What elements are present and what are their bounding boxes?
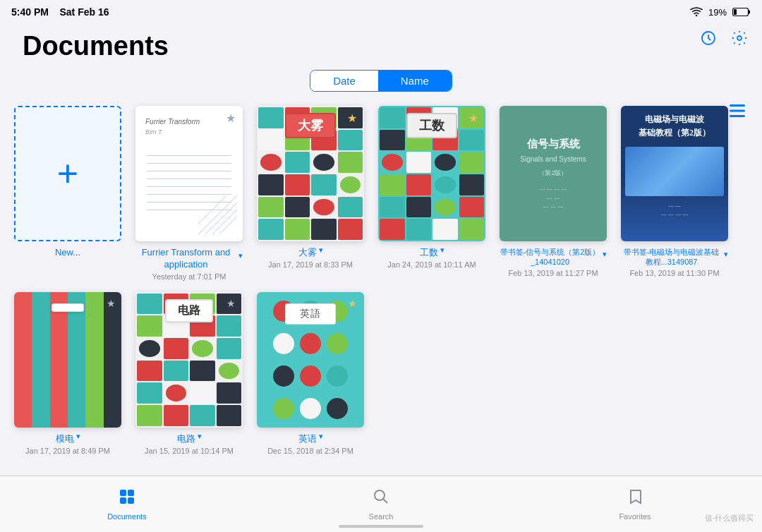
furrier-label: Furrier Transform and application bbox=[135, 247, 236, 271]
modian-card[interactable]: ★ 模电 ▾ Jan 17, 2019 at 8:49 PM bbox=[14, 292, 121, 455]
em-label: 带书签-电磁场与电磁波基础教程...3149087 bbox=[621, 247, 722, 267]
gongsu-label: 工数 bbox=[420, 247, 438, 259]
documents-grid-icon bbox=[119, 488, 135, 505]
em-cover: 电磁场与电磁波基础教程（第2版） — —— — — — bbox=[621, 106, 728, 241]
modian-dropdown-icon[interactable]: ▾ bbox=[76, 432, 80, 441]
svg-rect-10 bbox=[730, 104, 745, 107]
svg-line-18 bbox=[384, 499, 388, 503]
em-label-row: 带书签-电磁场与电磁波基础教程...3149087 ▾ bbox=[621, 241, 728, 267]
status-time-date: 5:40 PM Sat Feb 16 bbox=[11, 6, 109, 18]
em-card[interactable]: 电磁场与电磁波基础教程（第2版） — —— — — — 带书签-电磁场与电磁波基… bbox=[621, 106, 728, 277]
signal-title-en: Signals and Systems bbox=[520, 155, 586, 163]
signal-edition: （第2版） bbox=[538, 169, 567, 178]
gongsu-thumbnail: 工数 ★ bbox=[378, 106, 485, 241]
new-document-thumbnail: + bbox=[14, 106, 121, 241]
furrier-card[interactable]: ★ Furrier Transform Bim T bbox=[135, 106, 243, 281]
damu-cover: 大雾 ★ bbox=[257, 106, 364, 241]
tab-favorites-label: Favorites bbox=[619, 512, 651, 521]
modian-cover: ★ bbox=[14, 292, 121, 428]
dianlu-card[interactable]: 电路 ★ 电路 ▾ Jan 15, 2019 at 10:14 PM bbox=[135, 292, 243, 455]
sort-date-button[interactable]: Date bbox=[310, 71, 378, 91]
modian-thumbnail: ★ bbox=[14, 292, 121, 428]
svg-point-4 bbox=[737, 36, 742, 40]
dianlu-label-row: 电路 ▾ bbox=[177, 428, 202, 445]
dianlu-cover: 电路 ★ bbox=[135, 292, 243, 428]
yingyu-dropdown-icon[interactable]: ▾ bbox=[319, 432, 323, 441]
damu-label: 大雾 bbox=[298, 247, 317, 259]
damu-dropdown-icon[interactable]: ▾ bbox=[319, 246, 323, 255]
search-tab-icon bbox=[373, 488, 389, 509]
status-right: 19% bbox=[690, 7, 751, 18]
furrier-dropdown-icon[interactable]: ▾ bbox=[238, 251, 243, 260]
gongsu-label-overlay: 工数 bbox=[406, 113, 457, 138]
dianlu-dropdown-icon[interactable]: ▾ bbox=[198, 432, 202, 441]
signal-label-row: 带书签-信号与系统（第2版）_14041020 ▾ bbox=[500, 241, 607, 267]
furrier-thumbnail: ★ Furrier Transform Bim T bbox=[135, 106, 243, 241]
yingyu-star-icon: ★ bbox=[348, 298, 357, 309]
signal-title-cn: 信号与系统 bbox=[527, 135, 580, 152]
top-action-icons bbox=[697, 27, 751, 49]
damu-date: Jan 17, 2019 at 8:33 PM bbox=[268, 260, 353, 269]
modian-label-row: 模电 ▾ bbox=[56, 428, 80, 445]
status-time: 5:40 PM bbox=[11, 6, 49, 18]
sort-name-button[interactable]: Name bbox=[378, 71, 452, 91]
signal-thumbnail: 信号与系统 Signals and Systems （第2版） — — — ——… bbox=[500, 106, 607, 241]
svg-line-5 bbox=[198, 195, 237, 234]
svg-rect-15 bbox=[120, 497, 126, 504]
tab-bar: Documents Search Favorites bbox=[0, 476, 762, 532]
damu-card[interactable]: 大雾 ★ 大雾 ▾ Jan 17, 2019 at 8:33 PM bbox=[257, 106, 364, 269]
dianlu-star-icon: ★ bbox=[226, 298, 236, 309]
svg-line-6 bbox=[205, 202, 237, 234]
sort-toggle: Date Name bbox=[0, 70, 762, 92]
furrier-diagonal-icon bbox=[198, 195, 237, 234]
yingyu-date: Dec 15, 2018 at 2:34 PM bbox=[267, 447, 353, 455]
signal-cover: 信号与系统 Signals and Systems （第2版） — — — ——… bbox=[500, 106, 607, 241]
tab-documents[interactable]: Documents bbox=[0, 488, 254, 521]
svg-rect-1 bbox=[749, 11, 751, 14]
svg-line-7 bbox=[212, 210, 237, 234]
yingyu-thumbnail: 英語 ★ bbox=[257, 292, 364, 428]
list-view-icon bbox=[730, 104, 745, 117]
modian-label: 模电 bbox=[56, 433, 74, 445]
gongsu-date: Jan 24, 2019 at 10:11 AM bbox=[387, 260, 476, 269]
signal-date: Feb 13, 2019 at 11:27 PM bbox=[508, 269, 598, 277]
settings-button[interactable] bbox=[728, 27, 751, 49]
wifi-icon bbox=[690, 7, 703, 17]
search-icon bbox=[373, 488, 389, 505]
history-button[interactable] bbox=[697, 27, 720, 49]
dianlu-thumbnail: 电路 ★ bbox=[135, 292, 243, 428]
damu-label-overlay: 大雾 bbox=[285, 113, 336, 138]
svg-line-8 bbox=[219, 217, 237, 234]
list-view-button[interactable] bbox=[730, 104, 745, 121]
tab-search[interactable]: Search bbox=[254, 488, 508, 521]
history-icon bbox=[700, 30, 717, 47]
settings-icon bbox=[731, 30, 748, 47]
bookmark-icon bbox=[627, 488, 643, 505]
em-title: 电磁场与电磁波基础教程（第2版） bbox=[639, 113, 710, 140]
damu-star-icon: ★ bbox=[347, 111, 357, 125]
sort-toggle-group: Date Name bbox=[310, 70, 452, 92]
em-dropdown-icon[interactable]: ▾ bbox=[724, 250, 728, 259]
signal-card[interactable]: 信号与系统 Signals and Systems （第2版） — — — ——… bbox=[500, 106, 607, 277]
status-date: Sat Feb 16 bbox=[59, 6, 109, 18]
gongsu-dropdown-icon[interactable]: ▾ bbox=[440, 246, 445, 255]
dianlu-date: Jan 15, 2019 at 10:14 PM bbox=[145, 447, 234, 455]
dianlu-label: 电路 bbox=[177, 433, 195, 445]
yingyu-label-row: 英语 ▾ bbox=[298, 428, 323, 445]
modian-stripes bbox=[14, 292, 121, 428]
tab-documents-label: Documents bbox=[107, 512, 147, 521]
furrier-star-icon: ★ bbox=[226, 111, 236, 125]
damu-label-row: 大雾 ▾ bbox=[298, 241, 323, 259]
furrier-handwriting: Furrier Transform Bim T bbox=[145, 117, 200, 137]
svg-line-9 bbox=[198, 195, 226, 224]
em-date: Feb 13, 2019 at 11:30 PM bbox=[629, 269, 719, 277]
signal-dropdown-icon[interactable]: ▾ bbox=[603, 250, 607, 259]
yingyu-label: 英语 bbox=[298, 433, 317, 445]
new-document-card[interactable]: + New... bbox=[14, 106, 121, 259]
watermark: 值·什么值得买 bbox=[705, 513, 754, 524]
new-document-label: New... bbox=[55, 247, 80, 259]
gongsu-card[interactable]: 工数 ★ 工数 ▾ Jan 24, 2019 at 10:11 AM bbox=[378, 106, 485, 269]
battery-percentage: 19% bbox=[708, 7, 727, 18]
yingyu-card[interactable]: 英語 ★ 英语 ▾ Dec 15, 2018 at 2:34 PM bbox=[257, 292, 364, 455]
battery-icon bbox=[732, 7, 751, 17]
